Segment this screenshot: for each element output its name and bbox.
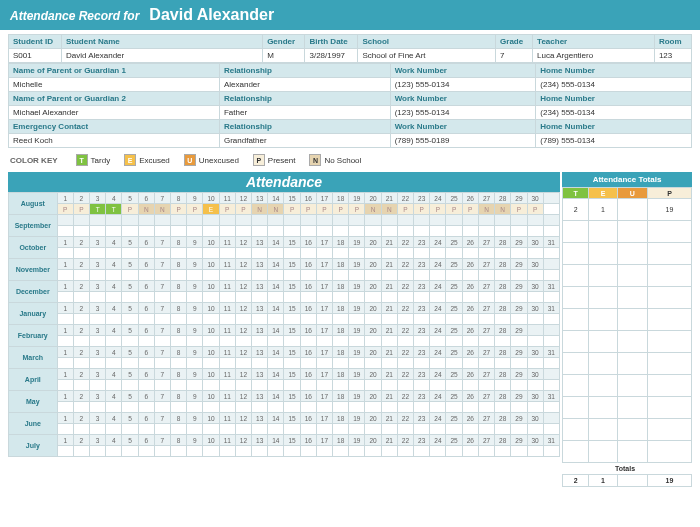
- day-cell[interactable]: [397, 424, 413, 435]
- day-cell[interactable]: N: [495, 204, 511, 215]
- day-cell[interactable]: [106, 380, 122, 391]
- day-cell[interactable]: [462, 314, 478, 325]
- day-cell[interactable]: [106, 248, 122, 259]
- day-cell[interactable]: [511, 424, 527, 435]
- day-cell[interactable]: [495, 380, 511, 391]
- day-cell[interactable]: [316, 336, 332, 347]
- day-cell[interactable]: [154, 248, 170, 259]
- day-cell[interactable]: [333, 358, 349, 369]
- day-cell[interactable]: [284, 424, 300, 435]
- day-cell[interactable]: [171, 270, 187, 281]
- day-cell[interactable]: [106, 336, 122, 347]
- day-cell[interactable]: [333, 380, 349, 391]
- day-cell[interactable]: [414, 314, 430, 325]
- day-cell[interactable]: [365, 424, 381, 435]
- day-cell[interactable]: [316, 248, 332, 259]
- day-cell[interactable]: [349, 380, 365, 391]
- day-cell[interactable]: [527, 336, 543, 347]
- day-cell[interactable]: P: [122, 204, 138, 215]
- day-cell[interactable]: [365, 336, 381, 347]
- day-cell[interactable]: [462, 226, 478, 237]
- day-cell[interactable]: [219, 380, 235, 391]
- day-cell[interactable]: [462, 424, 478, 435]
- day-cell[interactable]: [446, 424, 462, 435]
- day-cell[interactable]: [511, 402, 527, 413]
- day-cell[interactable]: [446, 358, 462, 369]
- day-cell[interactable]: [268, 336, 284, 347]
- day-cell[interactable]: [154, 424, 170, 435]
- day-cell[interactable]: [478, 424, 494, 435]
- day-cell[interactable]: [430, 358, 446, 369]
- day-cell[interactable]: [527, 402, 543, 413]
- day-cell[interactable]: [543, 424, 559, 435]
- day-cell[interactable]: [138, 314, 154, 325]
- day-cell[interactable]: [187, 248, 203, 259]
- day-cell[interactable]: [122, 336, 138, 347]
- day-cell[interactable]: [300, 424, 316, 435]
- day-cell[interactable]: [316, 270, 332, 281]
- day-cell[interactable]: [57, 424, 73, 435]
- day-cell[interactable]: [478, 380, 494, 391]
- day-cell[interactable]: [235, 446, 251, 457]
- day-cell[interactable]: [122, 424, 138, 435]
- day-cell[interactable]: [138, 446, 154, 457]
- day-cell[interactable]: [414, 358, 430, 369]
- day-cell[interactable]: [154, 336, 170, 347]
- day-cell[interactable]: [203, 424, 219, 435]
- day-cell[interactable]: [268, 446, 284, 457]
- day-cell[interactable]: [187, 270, 203, 281]
- day-cell[interactable]: [349, 292, 365, 303]
- day-cell[interactable]: [138, 292, 154, 303]
- day-cell[interactable]: [349, 424, 365, 435]
- day-cell[interactable]: [106, 226, 122, 237]
- day-cell[interactable]: [349, 314, 365, 325]
- day-cell[interactable]: [219, 248, 235, 259]
- day-cell[interactable]: [430, 314, 446, 325]
- day-cell[interactable]: [300, 336, 316, 347]
- day-cell[interactable]: [495, 226, 511, 237]
- day-cell[interactable]: [527, 270, 543, 281]
- day-cell[interactable]: [235, 226, 251, 237]
- day-cell[interactable]: [527, 358, 543, 369]
- day-cell[interactable]: [397, 402, 413, 413]
- day-cell[interactable]: [187, 226, 203, 237]
- day-cell[interactable]: [187, 402, 203, 413]
- day-cell[interactable]: P: [284, 204, 300, 215]
- day-cell[interactable]: [478, 226, 494, 237]
- day-cell[interactable]: [122, 380, 138, 391]
- day-cell[interactable]: [462, 402, 478, 413]
- day-cell[interactable]: [73, 380, 89, 391]
- day-cell[interactable]: P: [333, 204, 349, 215]
- day-cell[interactable]: [171, 402, 187, 413]
- day-cell[interactable]: P: [462, 204, 478, 215]
- day-cell[interactable]: [365, 270, 381, 281]
- day-cell[interactable]: [284, 292, 300, 303]
- day-cell[interactable]: [316, 292, 332, 303]
- day-cell[interactable]: [171, 226, 187, 237]
- day-cell[interactable]: [511, 226, 527, 237]
- day-cell[interactable]: [187, 292, 203, 303]
- day-cell[interactable]: [219, 402, 235, 413]
- day-cell[interactable]: [57, 336, 73, 347]
- day-cell[interactable]: [284, 226, 300, 237]
- day-cell[interactable]: [446, 292, 462, 303]
- day-cell[interactable]: [462, 358, 478, 369]
- day-cell[interactable]: [219, 226, 235, 237]
- day-cell[interactable]: N: [268, 204, 284, 215]
- day-cell[interactable]: [511, 292, 527, 303]
- day-cell[interactable]: [495, 314, 511, 325]
- day-cell[interactable]: [495, 336, 511, 347]
- day-cell[interactable]: [252, 380, 268, 391]
- day-cell[interactable]: [527, 314, 543, 325]
- day-cell[interactable]: [430, 446, 446, 457]
- day-cell[interactable]: [90, 226, 106, 237]
- day-cell[interactable]: [333, 446, 349, 457]
- day-cell[interactable]: [349, 270, 365, 281]
- day-cell[interactable]: P: [511, 204, 527, 215]
- day-cell[interactable]: [397, 314, 413, 325]
- day-cell[interactable]: [268, 270, 284, 281]
- day-cell[interactable]: [511, 336, 527, 347]
- day-cell[interactable]: N: [381, 204, 397, 215]
- day-cell[interactable]: [235, 358, 251, 369]
- day-cell[interactable]: [268, 402, 284, 413]
